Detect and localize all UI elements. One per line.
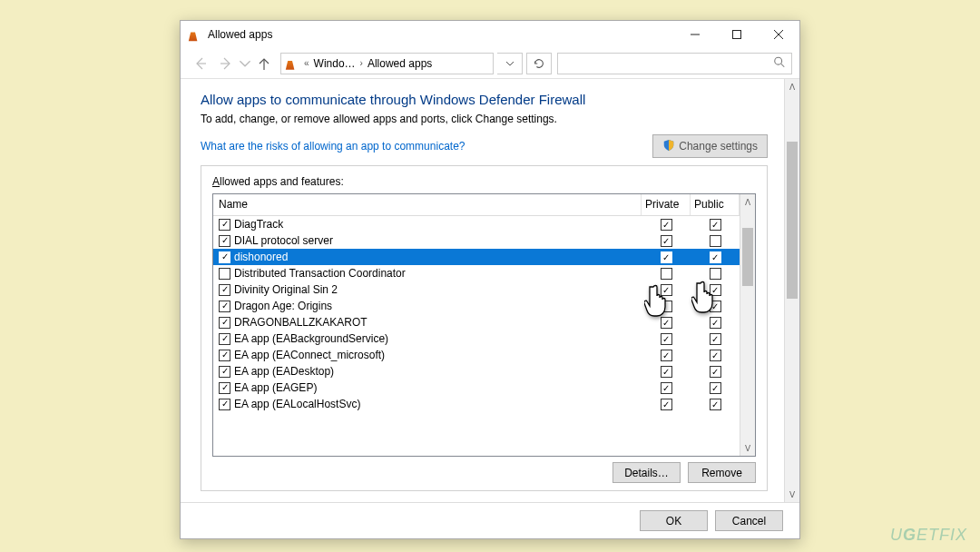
public-checkbox[interactable]: ✓ <box>710 251 721 263</box>
app-checkbox[interactable] <box>219 268 230 280</box>
scroll-thumb[interactable] <box>787 142 798 299</box>
table-row[interactable]: ✓Divinity Original Sin 2✓✓ <box>213 281 740 298</box>
private-checkbox[interactable]: ✓ <box>661 317 672 329</box>
ok-button[interactable]: OK <box>640 510 708 531</box>
table-row[interactable]: ✓DiagTrack✓✓ <box>213 216 740 232</box>
up-button[interactable] <box>251 51 277 76</box>
public-checkbox[interactable]: ✓ <box>710 399 721 410</box>
cancel-button[interactable]: Cancel <box>715 510 783 531</box>
svg-rect-1 <box>733 31 741 39</box>
apps-list: Name Private Public ✓DiagTrack✓✓✓DIAL pr… <box>212 193 756 457</box>
address-bar[interactable]: « Windo… › Allowed apps <box>280 53 494 74</box>
maximize-button[interactable] <box>716 21 758 48</box>
private-checkbox[interactable]: ✓ <box>661 219 672 231</box>
private-checkbox[interactable]: ✓ <box>661 235 672 247</box>
app-checkbox[interactable]: ✓ <box>219 317 230 329</box>
table-row[interactable]: ✓DRAGONBALLZKAKAROT✓✓ <box>213 314 740 330</box>
app-name: Divinity Original Sin 2 <box>234 283 642 296</box>
search-box[interactable] <box>557 53 792 74</box>
app-checkbox[interactable]: ✓ <box>219 284 230 296</box>
header-public[interactable]: Public <box>691 194 740 215</box>
change-settings-button[interactable]: Change settings <box>652 134 768 158</box>
minimize-button[interactable] <box>674 21 716 48</box>
app-checkbox[interactable]: ✓ <box>219 333 230 345</box>
scroll-up-button[interactable]: ᐱ <box>785 79 799 94</box>
scroll-thumb[interactable] <box>742 228 753 286</box>
list-body: ✓DiagTrack✓✓✓DIAL protocol server✓✓disho… <box>213 216 740 456</box>
private-checkbox[interactable]: ✓ <box>661 382 672 394</box>
details-button[interactable]: Details… <box>612 462 681 483</box>
app-name: DiagTrack <box>234 218 642 231</box>
public-checkbox[interactable] <box>710 268 721 280</box>
content-inner: Allow apps to communicate through Window… <box>181 79 784 502</box>
content-scrollbar[interactable]: ᐱ ᐯ <box>784 79 799 502</box>
scroll-down-button[interactable]: ᐯ <box>785 487 799 502</box>
history-dropdown[interactable] <box>239 51 251 76</box>
risks-link[interactable]: What are the risks of allowing an app to… <box>201 140 465 153</box>
list-actions: Details… Remove <box>212 462 756 483</box>
address-dropdown[interactable] <box>497 53 523 74</box>
app-name: EA app (EAConnect_microsoft) <box>234 349 642 361</box>
table-row[interactable]: ✓EA app (EADesktop)✓✓ <box>213 363 740 380</box>
back-button[interactable] <box>188 51 213 76</box>
public-checkbox[interactable]: ✓ <box>710 333 721 345</box>
breadcrumb-item[interactable]: Windo… <box>314 57 356 70</box>
public-checkbox[interactable] <box>710 235 721 247</box>
window-controls <box>674 21 799 48</box>
list-scrollbar[interactable]: ᐱ ᐯ <box>740 194 755 456</box>
private-checkbox[interactable]: ✓ <box>661 333 672 345</box>
header-private[interactable]: Private <box>642 194 691 215</box>
table-row[interactable]: ✓Dragon Age: Origins✓ <box>213 298 740 314</box>
table-row[interactable]: ✓dishonored✓✓ <box>213 249 740 265</box>
header-name[interactable]: Name <box>213 194 642 215</box>
private-checkbox[interactable]: ✓ <box>661 350 672 361</box>
public-checkbox[interactable]: ✓ <box>710 219 721 231</box>
public-checkbox[interactable]: ✓ <box>710 350 721 361</box>
forward-button[interactable] <box>213 51 239 76</box>
app-checkbox[interactable]: ✓ <box>219 235 230 247</box>
group-label: Allowed apps and features: <box>212 175 756 188</box>
private-checkbox[interactable] <box>661 268 672 280</box>
app-checkbox[interactable]: ✓ <box>219 366 230 378</box>
table-row[interactable]: ✓EA app (EAConnect_microsoft)✓✓ <box>213 347 740 363</box>
private-checkbox[interactable]: ✓ <box>661 284 672 296</box>
app-name: EA app (EABackgroundService) <box>234 332 642 345</box>
chevron-right-icon: › <box>358 58 365 68</box>
app-checkbox[interactable]: ✓ <box>219 251 230 263</box>
change-settings-label: Change settings <box>679 140 758 153</box>
table-row[interactable]: Distributed Transaction Coordinator <box>213 265 740 281</box>
table-row[interactable]: ✓EA app (EABackgroundService)✓✓ <box>213 330 740 347</box>
app-name: EA app (EADesktop) <box>234 365 642 378</box>
public-checkbox[interactable]: ✓ <box>710 317 721 329</box>
app-checkbox[interactable]: ✓ <box>219 219 230 231</box>
allowed-apps-group: Allowed apps and features: Name Private … <box>201 165 768 491</box>
app-name: DRAGONBALLZKAKAROT <box>234 316 642 329</box>
app-checkbox[interactable]: ✓ <box>219 382 230 394</box>
public-checkbox[interactable]: ✓ <box>710 284 721 296</box>
table-row[interactable]: ✓EA app (EALocalHostSvc)✓✓ <box>213 396 740 412</box>
app-checkbox[interactable]: ✓ <box>219 399 230 410</box>
private-checkbox[interactable]: ✓ <box>661 251 672 263</box>
table-row[interactable]: ✓EA app (EAGEP)✓✓ <box>213 380 740 396</box>
firewall-icon <box>285 56 299 71</box>
public-checkbox[interactable]: ✓ <box>710 382 721 394</box>
remove-button[interactable]: Remove <box>688 462 756 483</box>
list-header: Name Private Public <box>213 194 740 216</box>
scroll-up-button[interactable]: ᐱ <box>740 194 755 210</box>
app-name: EA app (EAGEP) <box>234 381 642 394</box>
private-checkbox[interactable] <box>661 301 672 312</box>
scroll-down-button[interactable]: ᐯ <box>740 440 755 456</box>
public-checkbox[interactable]: ✓ <box>710 301 721 312</box>
svg-point-7 <box>775 57 782 64</box>
close-button[interactable] <box>758 21 799 48</box>
app-checkbox[interactable]: ✓ <box>219 350 230 361</box>
refresh-button[interactable] <box>526 53 552 74</box>
table-row[interactable]: ✓DIAL protocol server✓ <box>213 232 740 249</box>
private-checkbox[interactable]: ✓ <box>661 366 672 378</box>
breadcrumb-prefix: « <box>302 58 311 68</box>
app-checkbox[interactable]: ✓ <box>219 301 230 312</box>
app-name: dishonored <box>234 251 642 263</box>
public-checkbox[interactable]: ✓ <box>710 366 721 378</box>
breadcrumb-item[interactable]: Allowed apps <box>368 57 432 70</box>
private-checkbox[interactable]: ✓ <box>661 399 672 410</box>
